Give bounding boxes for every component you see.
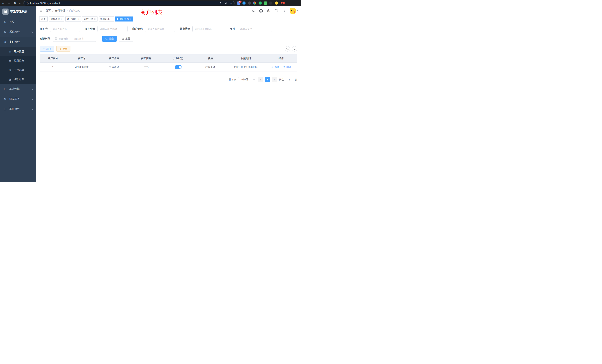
breadcrumb-home[interactable]: 首页 [46, 9, 51, 12]
sidebar-item-devtools[interactable]: ⚒ 研发工具 [0, 94, 36, 104]
extension-grid-icon[interactable]: 10 [237, 1, 240, 5]
remark-input[interactable] [238, 26, 272, 32]
table-toolbar: 新增 导出 [40, 46, 297, 52]
show-search-icon-button[interactable] [285, 46, 290, 52]
help-icon[interactable]: ? [267, 9, 270, 12]
extension-face-icon[interactable] [275, 1, 278, 5]
hamburger-icon[interactable] [39, 9, 43, 12]
edit-link[interactable]: 修改 [271, 65, 279, 69]
prev-page-button[interactable]: ‹ [258, 77, 263, 82]
extension-badge: 10 [238, 0, 241, 3]
close-icon[interactable]: × [78, 18, 79, 20]
chevron-down-icon [253, 79, 255, 80]
extension-multicolor-icon[interactable] [253, 1, 256, 5]
goto-page-input[interactable] [286, 77, 293, 82]
tab-refund-order[interactable]: 退款订单 × [99, 17, 114, 21]
dashboard-icon: ⊙ [3, 20, 7, 23]
add-button[interactable]: 新增 [40, 46, 54, 52]
status-label: 开启状态 [180, 27, 190, 31]
merchant-no-input[interactable] [50, 26, 80, 32]
tab-merchant-info[interactable]: 商户信息 × [115, 17, 133, 21]
start-date-placeholder[interactable]: 开始日期 [59, 37, 68, 40]
sidebar-item-refund-order[interactable]: ▣ 退款订单 [0, 75, 36, 84]
export-button[interactable]: 导出 [56, 46, 70, 52]
table-row: 1 M233666999 芋道源码 芋艿 我是备注 2021-10-23 08:… [40, 63, 297, 72]
github-icon[interactable] [259, 9, 263, 13]
search-button-label: 搜索 [109, 37, 114, 40]
top-navbar: 首页 / 支付管理 / 商户信息 ? T [36, 6, 301, 15]
grid-icon: ▦ [9, 59, 12, 62]
url-bar[interactable]: i localhost:1024/pay/merchant ☆ [23, 1, 235, 5]
date-range-picker[interactable]: 开始日期 - 结束日期 [53, 36, 96, 42]
sidebar-item-workflow[interactable]: ◫ 工作流程 [0, 104, 36, 114]
col-merchant-short: 商户简称 [130, 54, 162, 63]
table-header-row: 商户编号 商户号 商户全称 商户简称 开启状态 备注 创建时间 操作 [40, 54, 297, 63]
navbar-actions: ? TT [252, 8, 298, 14]
password-key-icon[interactable] [220, 1, 223, 5]
sidebar-item-payment[interactable]: ¥ 支付管理 [0, 37, 36, 47]
page-size-select[interactable]: 10条/页 [238, 77, 256, 82]
sidebar-item-app-info[interactable]: ▦ 应用信息 [0, 56, 36, 65]
extension-green-icon[interactable] [258, 1, 262, 5]
sidebar-logo[interactable]: 芋道管理系统 [0, 6, 36, 17]
sidebar-item-pay-order[interactable]: ◎ 支付订单 [0, 65, 36, 75]
extension-drop-icon[interactable] [242, 1, 246, 5]
status-select[interactable]: 请选择开启状态 [192, 26, 225, 32]
tab-home[interactable]: 首页 [39, 17, 48, 21]
site-info-icon[interactable]: i [26, 2, 29, 4]
extension-note-icon[interactable] [264, 1, 267, 5]
remark-label: 备注 [230, 27, 235, 31]
merchant-short-input[interactable] [145, 26, 175, 32]
tab-process-form[interactable]: 流程表单 × [49, 17, 64, 21]
bookmark-star-icon[interactable]: ☆ [230, 2, 232, 4]
home-icon[interactable]: ⌂ [19, 1, 21, 5]
close-icon[interactable]: × [61, 18, 63, 20]
reload-icon[interactable]: ↻ [14, 1, 16, 5]
search-button[interactable]: 搜索 [102, 36, 117, 42]
breadcrumb-payment[interactable]: 支付管理 [55, 9, 65, 12]
sidebar-item-label: 商户信息 [14, 50, 24, 53]
url-text[interactable]: localhost:1024/pay/merchant [30, 2, 218, 4]
browser-update-button[interactable]: 更新 [280, 1, 285, 5]
page-number-1[interactable]: 1 [265, 77, 270, 82]
merchant-name-input[interactable] [97, 26, 128, 32]
chevron-down-icon [32, 88, 33, 90]
close-icon[interactable]: × [130, 18, 131, 20]
filter-row-1: 商户号 商户全称 商户简称 开启状态 请选择开启状态 [40, 26, 297, 32]
tab-pay-order[interactable]: 支付订单 × [82, 17, 97, 21]
delete-link-label: 删除 [286, 65, 291, 69]
page-suffix-label: 页 [295, 78, 297, 81]
trash-icon [283, 66, 285, 68]
font-size-icon[interactable]: TT [282, 9, 286, 12]
end-date-placeholder[interactable]: 结束日期 [74, 37, 84, 40]
sidebar-item-infra[interactable]: ⊞ 基础设施 [0, 84, 36, 94]
rabbit-logo-icon [2, 9, 9, 15]
reset-button[interactable]: 重置 [119, 36, 133, 42]
next-page-button[interactable]: › [272, 77, 277, 82]
close-icon[interactable]: × [94, 18, 96, 20]
extension-paw-icon[interactable] [269, 1, 272, 5]
browser-menu-icon[interactable]: ⋮ [288, 1, 291, 5]
sidebar-item-home[interactable]: ⊙ 首页 [0, 17, 36, 27]
svg-text:?: ? [268, 10, 269, 12]
share-icon[interactable] [225, 1, 228, 5]
avatar[interactable] [290, 8, 296, 14]
sidebar-item-system[interactable]: ⚙ 系统管理 [0, 27, 36, 37]
fullscreen-icon[interactable] [275, 9, 278, 12]
col-create-time: 创建时间 [226, 54, 265, 63]
user-avatar-menu[interactable] [290, 8, 298, 14]
tab-user-group[interactable]: 用户分组 × [65, 17, 81, 21]
status-toggle[interactable] [175, 65, 182, 69]
refresh-icon-button[interactable] [292, 46, 297, 52]
search-icon[interactable] [252, 9, 255, 12]
close-icon[interactable]: × [111, 18, 112, 20]
sidebar-item-label: 支付管理 [9, 40, 20, 43]
extension-dark-icon[interactable] [248, 1, 251, 5]
infrastructure-icon: ⊞ [3, 87, 7, 91]
sidebar-item-merchant-info[interactable]: ▤ 商户信息 [0, 47, 36, 56]
forward-icon[interactable]: → [8, 1, 11, 5]
chevron-down-icon [222, 28, 224, 30]
back-icon[interactable]: ← [2, 1, 5, 5]
pagination: 共 1 条 10条/页 ‹ 1 › 前往 页 [40, 77, 297, 82]
delete-link[interactable]: 删除 [283, 65, 291, 69]
